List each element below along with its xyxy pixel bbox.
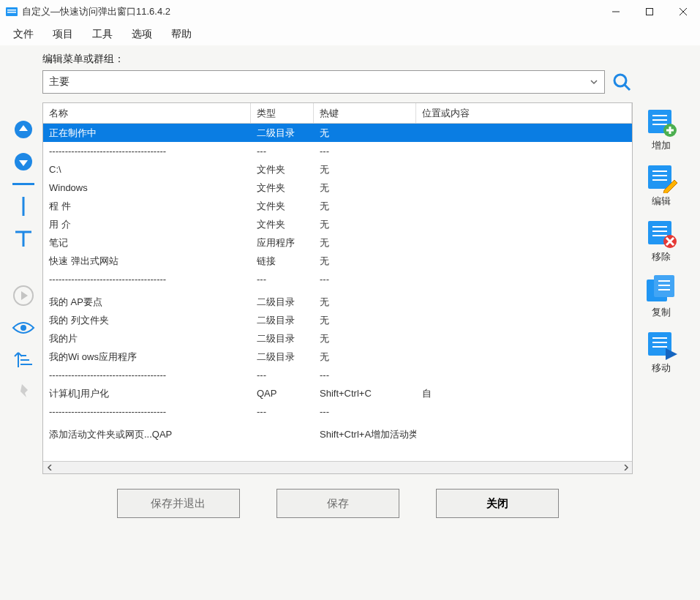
dropdown-value: 主要 bbox=[49, 75, 69, 89]
table-row[interactable]: 我的 AP要点二级目录无 bbox=[43, 293, 632, 311]
cell-name: ------------------------------------- bbox=[43, 274, 251, 285]
table-row[interactable]: 用 介文件夹无 bbox=[43, 215, 632, 233]
table-row[interactable]: ----------------------------------------… bbox=[43, 366, 632, 384]
col-type[interactable]: 类型 bbox=[251, 103, 314, 123]
maximize-button[interactable] bbox=[633, 0, 666, 23]
svg-rect-1 bbox=[7, 10, 16, 11]
col-location[interactable]: 位置或内容 bbox=[416, 103, 632, 123]
close-dialog-button[interactable]: 关闭 bbox=[436, 489, 559, 518]
list-header: 名称 类型 热键 位置或内容 bbox=[43, 103, 632, 124]
sort-button[interactable] bbox=[11, 348, 36, 372]
cell-type: 文件夹 bbox=[251, 200, 314, 213]
app-icon bbox=[6, 7, 18, 17]
menu-options[interactable]: 选项 bbox=[124, 25, 159, 44]
cell-name: 笔记 bbox=[43, 236, 251, 250]
menu-file[interactable]: 文件 bbox=[6, 25, 41, 44]
save-button[interactable]: 保存 bbox=[276, 489, 399, 518]
cell-type: --- bbox=[251, 406, 314, 417]
col-name[interactable]: 名称 bbox=[43, 103, 251, 123]
move-up-button[interactable] bbox=[11, 117, 36, 142]
cell-type: 二级目录 bbox=[251, 332, 314, 345]
table-row[interactable]: ----------------------------------------… bbox=[43, 402, 632, 421]
cell-location: 自 bbox=[416, 387, 632, 400]
pin-icon[interactable] bbox=[11, 380, 36, 405]
menu-help[interactable]: 帮助 bbox=[164, 25, 199, 44]
table-row[interactable]: 添加活动文件夹或网页...QAPShift+Ctrl+A增加活动类型文件夹或网页 bbox=[43, 425, 632, 443]
move-label: 移动 bbox=[652, 361, 671, 375]
cell-hotkey: 无 bbox=[314, 127, 416, 140]
titlebar: 自定义—快速访问弹出窗口11.6.4.2 bbox=[0, 0, 700, 23]
eye-icon[interactable] bbox=[11, 315, 36, 340]
search-button[interactable] bbox=[611, 71, 633, 93]
table-row[interactable]: ----------------------------------------… bbox=[43, 142, 632, 160]
cell-hotkey: 无 bbox=[314, 163, 416, 176]
copy-button[interactable]: 复制 bbox=[636, 271, 687, 325]
scroll-right-icon[interactable] bbox=[620, 462, 632, 474]
bottom-buttons: 保存并退出 保存 关闭 bbox=[42, 474, 633, 527]
cell-name: ------------------------------------- bbox=[43, 370, 251, 380]
edit-button[interactable]: 编辑 bbox=[636, 160, 687, 214]
horizontal-scrollbar[interactable] bbox=[43, 461, 632, 473]
svg-rect-2 bbox=[7, 12, 16, 13]
cell-type: 二级目录 bbox=[251, 350, 314, 364]
table-row[interactable]: 计算机]用户化QAPShift+Ctrl+C自 bbox=[43, 384, 632, 402]
table-row[interactable]: 我的Wi ows应用程序二级目录无 bbox=[43, 348, 632, 366]
minimize-button[interactable] bbox=[599, 0, 633, 23]
right-toolbar: 增加 编辑 移除 复制 移动 bbox=[633, 53, 690, 527]
menu-project[interactable]: 项目 bbox=[45, 25, 80, 44]
list-body[interactable]: 正在制作中二级目录无------------------------------… bbox=[43, 124, 632, 461]
remove-label: 移除 bbox=[652, 250, 671, 263]
add-label: 增加 bbox=[652, 139, 671, 152]
cell-hotkey: 无 bbox=[314, 200, 416, 213]
column-separator-button[interactable] bbox=[11, 194, 36, 219]
cell-name: C:\ bbox=[43, 164, 251, 175]
remove-button[interactable]: 移除 bbox=[636, 215, 687, 269]
table-row[interactable]: 笔记应用程序无 bbox=[43, 233, 632, 252]
chevron-down-icon bbox=[590, 78, 598, 86]
move-down-button[interactable] bbox=[11, 149, 36, 174]
table-row[interactable]: 我的 列文件夹二级目录无 bbox=[43, 311, 632, 329]
table-row[interactable]: Windows文件夹无 bbox=[43, 179, 632, 197]
save-exit-button[interactable]: 保存并退出 bbox=[117, 489, 240, 518]
items-list[interactable]: 名称 类型 热键 位置或内容 正在制作中二级目录无---------------… bbox=[42, 102, 633, 474]
table-row[interactable]: 我的片 二级目录无 bbox=[43, 329, 632, 348]
cell-name: ------------------------------------- bbox=[43, 406, 251, 417]
cell-hotkey: 无 bbox=[314, 218, 416, 231]
move-button[interactable]: 移动 bbox=[636, 326, 687, 380]
close-button[interactable] bbox=[666, 0, 700, 23]
table-row[interactable]: 快速 弹出式网站链接无 bbox=[43, 252, 632, 270]
cell-name: ------------------------------------- bbox=[43, 146, 251, 157]
col-hotkey[interactable]: 热键 bbox=[314, 103, 416, 123]
cell-hotkey: --- bbox=[314, 146, 416, 157]
edit-icon bbox=[645, 164, 677, 193]
cell-hotkey: --- bbox=[314, 370, 416, 380]
cell-name: 我的 列文件夹 bbox=[43, 314, 251, 327]
window-title: 自定义—快速访问弹出窗口11.6.4.2 bbox=[22, 5, 170, 18]
text-tool-button[interactable] bbox=[11, 226, 36, 251]
table-row[interactable]: C:\文件夹无 bbox=[43, 160, 632, 179]
table-row[interactable]: 正在制作中二级目录无 bbox=[43, 124, 632, 142]
cell-type: 二级目录 bbox=[251, 127, 314, 140]
left-toolbar bbox=[4, 53, 42, 527]
menu-tools[interactable]: 工具 bbox=[85, 25, 120, 44]
cell-type: 链接 bbox=[251, 255, 314, 268]
remove-icon bbox=[645, 220, 677, 249]
copy-label: 复制 bbox=[652, 306, 671, 319]
cell-hotkey: --- bbox=[314, 406, 416, 417]
table-row[interactable]: 程 件文件夹无 bbox=[43, 197, 632, 215]
cell-hotkey: Shift+Ctrl+A增加活动类型文件夹或网页 bbox=[314, 428, 416, 441]
cell-hotkey: 无 bbox=[314, 332, 416, 345]
table-row[interactable]: ----------------------------------------… bbox=[43, 270, 632, 288]
cell-name: 我的Wi ows应用程序 bbox=[43, 350, 251, 364]
add-button[interactable]: 增加 bbox=[636, 104, 687, 158]
cell-type: QAP bbox=[251, 388, 314, 399]
cell-type: 文件夹 bbox=[251, 181, 314, 195]
separator-icon bbox=[12, 183, 34, 185]
cell-name: 计算机]用户化 bbox=[43, 387, 251, 400]
scroll-left-icon[interactable] bbox=[43, 462, 56, 474]
menu-group-dropdown[interactable]: 主要 bbox=[42, 70, 605, 94]
svg-line-18 bbox=[625, 85, 630, 90]
svg-rect-26 bbox=[648, 165, 671, 189]
cell-name: 添加活动文件夹或网页...QAP bbox=[43, 428, 251, 441]
play-button[interactable] bbox=[11, 283, 36, 308]
